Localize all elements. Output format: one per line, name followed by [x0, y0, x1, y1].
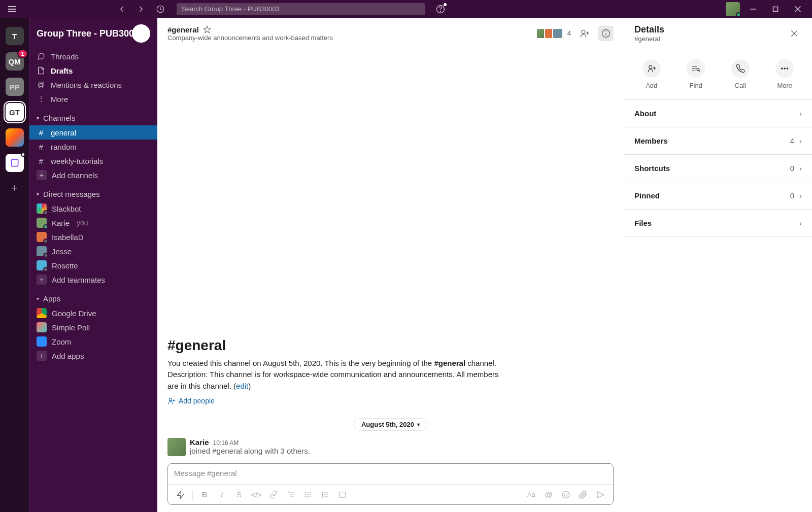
workspace-app-2[interactable]: [6, 154, 24, 172]
forward-button[interactable]: [134, 2, 148, 16]
workspace-pp[interactable]: PP: [6, 78, 24, 96]
message-composer[interactable]: Message #general B I S </> 1 Aa @: [167, 463, 614, 505]
back-button[interactable]: [115, 2, 129, 16]
svg-marker-36: [597, 491, 604, 498]
composer-toolbar: B I S </> 1 Aa @: [168, 484, 613, 504]
quote-button[interactable]: [318, 487, 333, 502]
nav-drafts[interactable]: Drafts: [29, 63, 157, 78]
nav-threads[interactable]: Threads: [29, 49, 157, 63]
channel-name[interactable]: #general: [167, 25, 199, 34]
workspace-gt[interactable]: GT: [6, 103, 24, 121]
hash-icon: #: [37, 157, 46, 165]
nav-more[interactable]: ⋮ More: [29, 92, 157, 106]
author-avatar[interactable]: [167, 438, 186, 456]
add-people-button[interactable]: Add people: [167, 397, 614, 405]
details-members-section[interactable]: Members 4 ›: [624, 127, 812, 155]
dms-section-toggle[interactable]: ▾ Direct messages: [29, 186, 157, 201]
add-workspace-button[interactable]: +: [6, 179, 24, 197]
user-avatar[interactable]: [726, 2, 740, 16]
svg-point-33: [562, 491, 569, 498]
bullet-list-button[interactable]: [300, 487, 316, 502]
workspace-t[interactable]: T: [6, 27, 24, 45]
link-button[interactable]: [266, 487, 281, 502]
details-about-section[interactable]: About ›: [624, 100, 812, 127]
channel-header: #general Company-wide announcements and …: [157, 18, 624, 49]
channel-general[interactable]: #general: [29, 125, 157, 140]
details-pinned-section[interactable]: Pinned 0 ›: [624, 182, 812, 210]
bold-button[interactable]: B: [197, 487, 212, 502]
message-row[interactable]: Karie 10:16 AM joined #general along wit…: [167, 435, 614, 458]
details-shortcuts-section[interactable]: Shortcuts 0 ›: [624, 155, 812, 182]
search-input[interactable]: Search Group Three - PUB30003: [177, 3, 425, 15]
send-button[interactable]: [593, 487, 608, 502]
message-time[interactable]: 10:16 AM: [213, 439, 239, 447]
presence-icon: [43, 210, 48, 215]
member-list-button[interactable]: 4: [536, 28, 571, 39]
attach-button[interactable]: [576, 487, 591, 502]
details-add-button[interactable]: Add: [642, 59, 661, 89]
compose-button[interactable]: [132, 24, 150, 43]
close-details-button[interactable]: [787, 26, 802, 41]
workspace-switcher[interactable]: Group Three - PUB300... ▾: [29, 18, 157, 49]
help-button[interactable]: [435, 4, 446, 14]
user-avatar-icon: [37, 260, 47, 270]
details-find-button[interactable]: Find: [687, 59, 705, 89]
dm-karie[interactable]: Karieyou: [29, 216, 157, 230]
star-icon[interactable]: [203, 25, 211, 33]
app-zoom[interactable]: Zoom: [29, 334, 157, 349]
dm-jesse[interactable]: Jesse: [29, 244, 157, 258]
chevron-right-icon: ›: [799, 109, 802, 118]
svg-point-26: [305, 494, 306, 495]
plus-icon: +: [37, 351, 47, 361]
close-window-button[interactable]: [789, 2, 807, 16]
shortcuts-button[interactable]: [173, 487, 188, 502]
date-jump-button[interactable]: August 5th, 2020 ▾: [354, 418, 427, 431]
channel-random[interactable]: #random: [29, 140, 157, 154]
details-more-button[interactable]: More: [775, 59, 794, 89]
format-button[interactable]: Aa: [524, 487, 539, 502]
details-subtitle: #general: [634, 35, 664, 43]
edit-description-link[interactable]: edit: [236, 382, 248, 390]
details-files-section[interactable]: Files ›: [624, 210, 812, 237]
details-header: Details #general: [624, 18, 812, 49]
svg-point-47: [782, 68, 783, 69]
caret-down-icon: ▾: [37, 115, 39, 121]
channel-weekly-tutorials[interactable]: #weekly-tutorials: [29, 154, 157, 168]
dm-slackbot[interactable]: Slackbot: [29, 201, 157, 216]
app-google-drive[interactable]: Google Drive: [29, 306, 157, 320]
author-name[interactable]: Karie: [190, 438, 209, 447]
user-avatar-icon: [37, 232, 47, 242]
details-toggle-button[interactable]: [598, 26, 614, 41]
workspace-qm[interactable]: QM1: [6, 52, 24, 71]
minimize-button[interactable]: [744, 2, 762, 16]
mention-button[interactable]: @: [541, 487, 556, 502]
channels-section-toggle[interactable]: ▾ Channels: [29, 110, 157, 125]
ordered-list-button[interactable]: 1: [283, 487, 298, 502]
intro-text: You created this channel on August 5th, …: [167, 358, 502, 392]
add-member-button[interactable]: [577, 26, 592, 41]
app-icon: [37, 322, 47, 332]
svg-point-34: [564, 494, 565, 494]
add-teammates-button[interactable]: + Add teammates: [29, 272, 157, 287]
dm-rosette[interactable]: Rosette: [29, 258, 157, 272]
history-button[interactable]: [153, 2, 167, 16]
emoji-button[interactable]: [558, 487, 573, 502]
add-apps-button[interactable]: + Add apps: [29, 349, 157, 363]
dm-isabellad[interactable]: IsabellaD: [29, 230, 157, 244]
app-simple-poll[interactable]: Simple Poll: [29, 320, 157, 334]
composer-input[interactable]: Message #general: [168, 464, 613, 484]
workspace-app-1[interactable]: [6, 128, 24, 147]
svg-point-39: [649, 65, 652, 69]
apps-section-toggle[interactable]: ▾ Apps: [29, 291, 157, 306]
maximize-button[interactable]: [766, 2, 785, 16]
chevron-right-icon: ›: [799, 164, 802, 173]
nav-mentions[interactable]: @ Mentions & reactions: [29, 78, 157, 92]
strike-button[interactable]: S: [231, 487, 247, 502]
channel-topic[interactable]: Company-wide announcements and work-base…: [167, 34, 333, 42]
code-block-button[interactable]: [335, 487, 350, 502]
details-call-button[interactable]: Call: [731, 59, 750, 89]
code-button[interactable]: </>: [249, 487, 264, 502]
italic-button[interactable]: I: [214, 487, 229, 502]
menu-button[interactable]: [5, 2, 19, 16]
add-channels-button[interactable]: + Add channels: [29, 168, 157, 182]
